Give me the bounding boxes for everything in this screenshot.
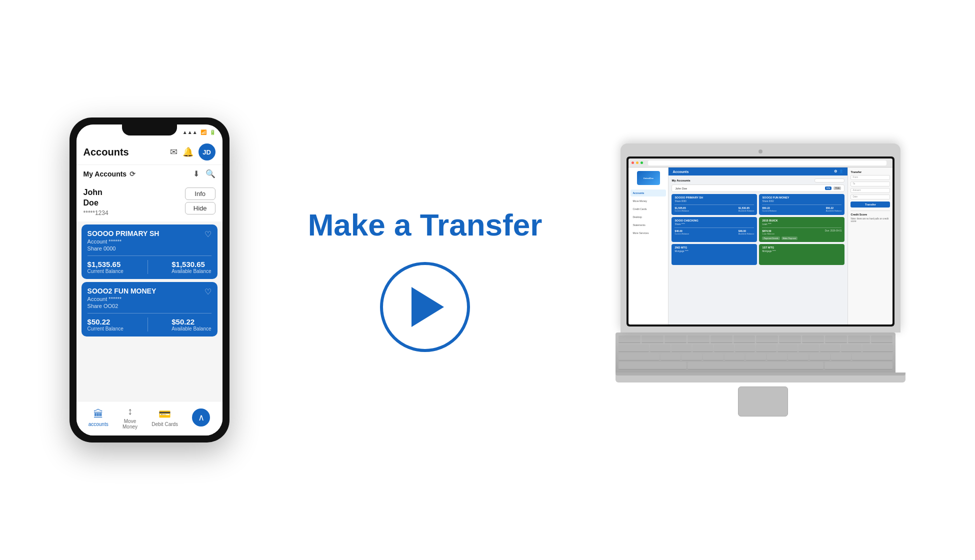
account-balances-2: $50.22 Current Balance $50.22 Available …	[88, 318, 212, 332]
ls-transfer-button[interactable]: Transfer	[850, 202, 890, 208]
ls-cards-grid: SOOOO PRIMARY SH Share 0000 $1,535.65Cur…	[672, 194, 844, 265]
key	[779, 336, 801, 343]
ls-right-panel: Transfer From To Amount Date Transfer Cr…	[848, 168, 892, 324]
sidebar-desktop[interactable]: Desktop	[630, 214, 666, 220]
key	[802, 336, 824, 343]
key	[824, 362, 892, 370]
ls-main: Accounts ⚙ 👤 My Accounts	[668, 168, 848, 324]
url-bar	[648, 160, 886, 166]
download-icon[interactable]: ⬇	[193, 169, 200, 178]
key	[618, 362, 686, 370]
account-card-1[interactable]: ♡ SOOOO PRIMARY SH Account ****** Share …	[82, 224, 218, 279]
key	[618, 336, 640, 343]
key	[735, 344, 755, 352]
laptop-keyboard	[616, 332, 896, 372]
keyboard-row-4	[618, 362, 892, 370]
ls-credit-score-label: Credit Score	[850, 213, 890, 216]
search-icon[interactable]: 🔍	[206, 169, 216, 178]
laptop-hinge	[616, 372, 906, 376]
ls-to-input[interactable]: To	[850, 182, 890, 186]
ls-logo: UnitedOne	[636, 170, 661, 186]
ls-payment-actions: Payment Details Make Payment	[762, 236, 842, 240]
key	[642, 336, 664, 343]
laptop-trackpad[interactable]	[738, 386, 788, 416]
ls-card-1st-mtg[interactable]: 1ST MTG Mortgage ****	[759, 244, 844, 265]
ls-user-icon[interactable]: 👤	[839, 170, 844, 174]
user-avatar[interactable]: JD	[198, 144, 216, 160]
favorite-icon-2[interactable]: ♡	[204, 287, 212, 296]
ls-card-buick[interactable]: 2015 BUICK Loan **** $874.50Loan Balance…	[759, 217, 844, 242]
key	[767, 354, 788, 361]
key	[688, 336, 710, 343]
key	[714, 344, 734, 352]
phone-frame: ▲▲▲ 📶 🔋 Accounts ✉ 🔔 JD My Accounts ⟳	[70, 118, 230, 442]
hide-button[interactable]: Hide	[185, 202, 216, 214]
ls-hide-btn[interactable]: Hide	[834, 186, 841, 190]
center-section: Make a Transfer	[308, 208, 542, 352]
key	[618, 354, 659, 361]
ls-search-input[interactable]	[814, 178, 844, 182]
account-title-1: SOOOO PRIMARY SH	[88, 230, 212, 238]
key	[831, 354, 852, 361]
app-layout: UnitedOne Accounts Move Money Credit Car…	[628, 168, 892, 324]
account-card-2[interactable]: ♡ SOOO2 FUN MONEY Account ****** Share O…	[82, 282, 218, 336]
ls-content-header: My Accounts	[672, 178, 844, 182]
ls-sidebar: UnitedOne Accounts Move Money Credit Car…	[628, 168, 668, 324]
ls-payment-details[interactable]: Payment Details	[762, 236, 780, 240]
user-info: John Doe *****1234	[84, 188, 108, 216]
sidebar-accounts[interactable]: Accounts	[630, 190, 666, 196]
laptop-mockup: UnitedOne Accounts Move Money Credit Car…	[620, 144, 906, 416]
ls-app-title: Accounts	[672, 170, 688, 174]
headline: Make a Transfer	[308, 208, 542, 242]
key	[703, 354, 724, 361]
current-balance-2: $50.22 Current Balance	[88, 318, 124, 332]
key	[825, 336, 847, 343]
nav-accounts[interactable]: 🏛 accounts	[88, 408, 108, 427]
ls-user-actions: Info Hide	[825, 186, 842, 190]
ls-date-input[interactable]: Date	[850, 194, 890, 200]
key	[756, 336, 778, 343]
account-balances-1: $1,535.65 Current Balance $1,530.65 Avai…	[88, 260, 212, 274]
refresh-icon[interactable]: ⟳	[130, 170, 136, 178]
ls-credit-score-desc: Note: there are no hard pulls on credit …	[850, 218, 890, 222]
key	[841, 344, 861, 352]
play-button[interactable]	[380, 262, 470, 352]
play-button-container[interactable]	[380, 262, 470, 352]
ls-topbar-actions: ⚙ 👤	[834, 170, 844, 174]
ls-settings-icon[interactable]: ⚙	[834, 170, 837, 174]
ls-info-btn[interactable]: Info	[825, 186, 832, 190]
key	[724, 354, 745, 361]
ls-card-primary-sh[interactable]: SOOOO PRIMARY SH Share 0000 $1,535.65Cur…	[672, 194, 757, 215]
phone-header-icons: ✉ 🔔 JD	[170, 144, 216, 160]
expand-dot	[640, 162, 643, 164]
sidebar-statements[interactable]: Statements	[630, 222, 666, 228]
info-button[interactable]: Info	[185, 188, 216, 200]
nav-move-money[interactable]: ↕ Move Money	[122, 406, 138, 430]
sidebar-move-money[interactable]: Move Money	[630, 198, 666, 204]
key	[862, 344, 893, 352]
current-balance-1: $1,535.65 Current Balance	[88, 260, 124, 274]
nav-debit-cards[interactable]: 💳 Debit Cards	[152, 408, 178, 427]
ls-right-title: Transfer	[850, 170, 890, 174]
key	[618, 344, 649, 352]
ls-from-input[interactable]: From	[850, 175, 890, 180]
key	[820, 344, 840, 352]
ls-make-payment[interactable]: Make Payment	[782, 236, 798, 240]
bell-icon[interactable]: 🔔	[182, 146, 194, 158]
ls-amount-input[interactable]: Amount	[850, 188, 890, 193]
favorite-icon-1[interactable]: ♡	[204, 230, 212, 239]
key	[710, 336, 732, 343]
ls-card-checking[interactable]: SOOO CHECKING Share **** $46.00Current B…	[672, 217, 757, 242]
sidebar-credit-cards[interactable]: Credit Cards	[630, 206, 666, 212]
key	[871, 336, 893, 343]
ls-card-2nd-mtg[interactable]: 2ND MTG Mortgage ****	[672, 244, 757, 265]
wifi-icon: 📶	[200, 130, 206, 135]
play-icon	[412, 287, 444, 327]
sidebar-more-services[interactable]: More Services	[630, 230, 666, 236]
home-icon: 🏛	[94, 408, 104, 420]
nav-up-button[interactable]: ∧	[192, 408, 210, 426]
mail-icon[interactable]: ✉	[170, 146, 178, 158]
card-icon: 💳	[158, 408, 171, 420]
ls-user-name: John Doe	[675, 187, 687, 190]
ls-card-fun-money[interactable]: SOOO2 FUN MONEY Share 0002 $50.22Current…	[759, 194, 844, 215]
